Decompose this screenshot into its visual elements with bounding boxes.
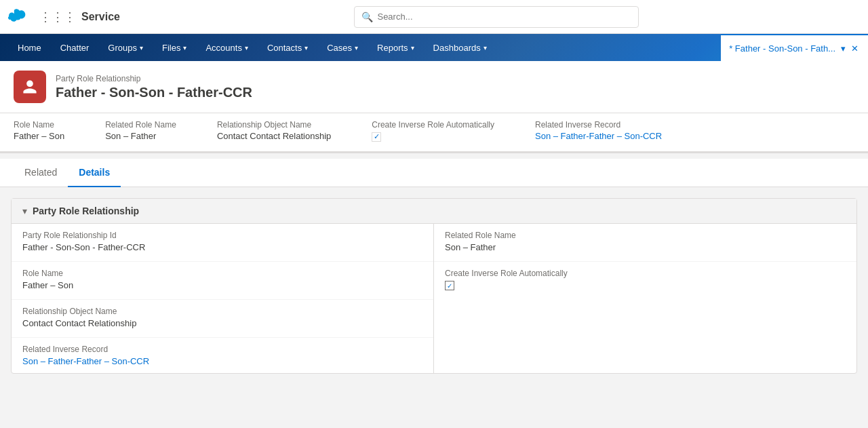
info-related-role-name-label: Related Role Name bbox=[105, 120, 176, 130]
chevron-down-icon: ▾ bbox=[484, 44, 487, 52]
tab-details[interactable]: Details bbox=[68, 159, 121, 187]
info-relationship-object-value: Contact Contact Relationship bbox=[217, 131, 331, 141]
info-related-inverse-record-label: Related Inverse Record bbox=[535, 120, 662, 130]
breadcrumb: Party Role Relationship bbox=[56, 74, 252, 83]
info-create-inverse-label: Create Inverse Role Automatically bbox=[372, 120, 494, 130]
field-create-inverse: Create Inverse Role Automatically ✓ bbox=[434, 262, 856, 299]
nav-item-accounts[interactable]: Accounts ▾ bbox=[196, 34, 257, 61]
chevron-down-icon: ▾ bbox=[355, 44, 358, 52]
nav-item-cases[interactable]: Cases ▾ bbox=[317, 34, 368, 61]
info-role-name-value: Father – Son bbox=[14, 131, 64, 141]
create-inverse-checkbox: ✓ bbox=[445, 281, 454, 290]
chevron-down-icon: ▾ bbox=[140, 44, 143, 52]
field-related-role-name-value: Son – Father bbox=[445, 242, 846, 254]
field-role-name-value: Father – Son bbox=[22, 280, 422, 292]
field-related-inverse-record: Related Inverse Record Son – Father-Fath… bbox=[12, 338, 433, 373]
field-related-role-name: Related Role Name Son – Father ✏ bbox=[434, 224, 856, 262]
nav-item-reports[interactable]: Reports ▾ bbox=[368, 34, 424, 61]
field-related-inverse-record-label: Related Inverse Record bbox=[22, 345, 422, 354]
chevron-down-icon: ▾ bbox=[183, 44, 186, 52]
search-input[interactable] bbox=[377, 12, 631, 22]
info-related-role-name-value: Son – Father bbox=[105, 131, 156, 141]
party-role-relationship-section: ▾ Party Role Relationship Party Role Rel… bbox=[11, 198, 857, 374]
nav-item-groups[interactable]: Groups ▾ bbox=[98, 34, 153, 61]
record-type-icon bbox=[14, 71, 46, 103]
section-title: Party Role Relationship bbox=[33, 206, 139, 216]
field-party-role-id-label: Party Role Relationship Id bbox=[22, 231, 422, 240]
active-tab-label: * Father - Son-Son - Fath... bbox=[729, 43, 835, 54]
tabs-bar: Related Details bbox=[0, 159, 868, 187]
nav-item-home[interactable]: Home bbox=[8, 34, 51, 61]
chevron-down-icon: ▾ bbox=[245, 44, 248, 52]
field-party-role-id-value: Father - Son-Son - Father-CCR bbox=[22, 242, 422, 254]
field-related-role-name-label: Related Role Name bbox=[445, 231, 846, 240]
info-role-name-label: Role Name bbox=[14, 120, 64, 130]
header-text: Party Role Relationship Father - Son-Son… bbox=[56, 74, 252, 100]
field-role-name-label: Role Name bbox=[22, 269, 422, 278]
field-relationship-object: Relationship Object Name Contact Contact… bbox=[12, 300, 433, 338]
app-name: Service bbox=[81, 11, 120, 23]
info-relationship-object-label: Relationship Object Name bbox=[217, 120, 331, 130]
info-related-role-name: Related Role Name Son – Father bbox=[105, 120, 176, 142]
person-icon bbox=[22, 79, 38, 95]
info-bar: Role Name Father – Son Related Role Name… bbox=[0, 113, 868, 153]
page-title: Father - Son-Son - Father-CCR bbox=[56, 85, 252, 100]
section-body: Party Role Relationship Id Father - Son-… bbox=[12, 224, 856, 373]
navigation-menu: Home Chatter Groups ▾ Files ▾ Accounts ▾… bbox=[0, 34, 868, 61]
search-container: 🔍 bbox=[134, 6, 860, 28]
page-header: Party Role Relationship Father - Son-Son… bbox=[0, 61, 868, 113]
search-icon: 🔍 bbox=[361, 12, 373, 22]
field-party-role-id: Party Role Relationship Id Father - Son-… bbox=[12, 224, 433, 262]
field-relationship-object-value: Contact Contact Relationship bbox=[22, 318, 422, 330]
nav-item-files[interactable]: Files ▾ bbox=[153, 34, 196, 61]
search-box[interactable]: 🔍 bbox=[354, 6, 639, 28]
info-create-inverse-checkbox bbox=[372, 132, 381, 142]
field-create-inverse-value: ✓ bbox=[445, 280, 846, 292]
chevron-down-icon: ▾ bbox=[304, 44, 308, 52]
active-tab[interactable]: * Father - Son-Son - Fath... ▾ ✕ bbox=[721, 34, 868, 61]
collapse-icon[interactable]: ▾ bbox=[22, 206, 27, 216]
chevron-down-icon: ▾ bbox=[411, 44, 414, 52]
right-column: Related Role Name Son – Father ✏ Create … bbox=[434, 224, 856, 373]
tab-chevron-button[interactable]: ▾ bbox=[840, 42, 847, 55]
field-related-inverse-record-link[interactable]: Son – Father-Father – Son-CCR bbox=[22, 356, 149, 366]
section-header: ▾ Party Role Relationship bbox=[12, 199, 856, 224]
tab-related[interactable]: Related bbox=[14, 159, 68, 187]
info-related-inverse-record-link[interactable]: Son – Father-Father – Son-CCR bbox=[535, 131, 662, 141]
info-create-inverse: Create Inverse Role Automatically bbox=[372, 120, 494, 142]
left-column: Party Role Relationship Id Father - Son-… bbox=[12, 224, 434, 373]
grid-icon[interactable]: ⋮⋮⋮ bbox=[39, 9, 76, 24]
info-relationship-object: Relationship Object Name Contact Contact… bbox=[217, 120, 331, 142]
top-navigation: ⋮⋮⋮ Service 🔍 bbox=[0, 0, 868, 34]
salesforce-logo[interactable] bbox=[8, 5, 33, 29]
info-role-name: Role Name Father – Son bbox=[14, 120, 64, 142]
nav-item-chatter[interactable]: Chatter bbox=[51, 34, 99, 61]
nav-item-dashboards[interactable]: Dashboards ▾ bbox=[424, 34, 496, 61]
field-relationship-object-label: Relationship Object Name bbox=[22, 307, 422, 316]
field-create-inverse-label: Create Inverse Role Automatically bbox=[445, 269, 846, 278]
tab-close-button[interactable]: ✕ bbox=[850, 42, 860, 55]
fields-grid: Party Role Relationship Id Father - Son-… bbox=[12, 224, 856, 373]
field-role-name: Role Name Father – Son ✏ bbox=[12, 262, 433, 300]
nav-item-contacts[interactable]: Contacts ▾ bbox=[258, 34, 317, 61]
info-related-inverse-record: Related Inverse Record Son – Father-Fath… bbox=[535, 120, 662, 142]
content-area: ▾ Party Role Relationship Party Role Rel… bbox=[0, 187, 868, 395]
